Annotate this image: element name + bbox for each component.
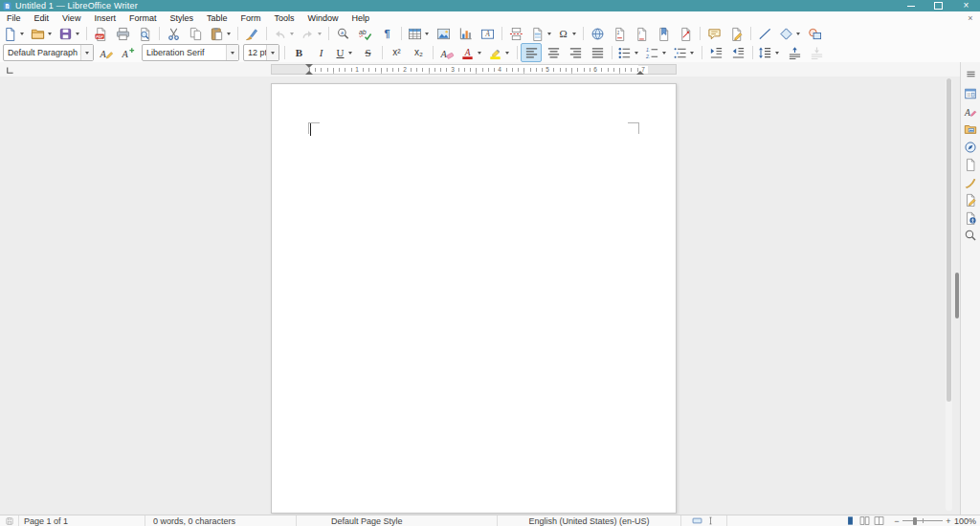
- single-page-view-button[interactable]: [845, 515, 856, 526]
- track-changes-button[interactable]: [726, 24, 747, 43]
- spelling-button[interactable]: ab: [355, 24, 376, 43]
- export-pdf-button[interactable]: PDF: [91, 24, 112, 43]
- formatting-marks-button[interactable]: ¶: [377, 24, 398, 43]
- open-button[interactable]: [29, 24, 56, 43]
- minimize-button[interactable]: [897, 0, 924, 11]
- insert-line-button[interactable]: [755, 24, 776, 43]
- zoom-in-button[interactable]: +: [945, 516, 952, 526]
- word-count-field[interactable]: 0 words, 0 characters: [145, 515, 297, 526]
- decrease-indent-button[interactable]: [727, 43, 748, 62]
- font-size-combo[interactable]: 12 pt: [243, 44, 279, 61]
- sidebar-item-styles[interactable]: A: [962, 103, 980, 121]
- sidebar-deck-grip[interactable]: [955, 273, 959, 318]
- insert-image-button[interactable]: [434, 24, 455, 43]
- menu-view[interactable]: View: [56, 11, 87, 24]
- subscript-button[interactable]: x₂: [408, 43, 429, 62]
- new-style-button[interactable]: A: [119, 43, 140, 62]
- zoom-slider-thumb[interactable]: [913, 517, 917, 525]
- sidebar-item-gallery[interactable]: [962, 121, 980, 138]
- decrease-paragraph-spacing-button[interactable]: [806, 43, 827, 62]
- insert-page-break-button[interactable]: [506, 24, 527, 43]
- multi-page-view-button[interactable]: [859, 515, 870, 526]
- insert-endnote-button[interactable]: i: [632, 24, 653, 43]
- paragraph-style-dropdown[interactable]: [80, 45, 93, 60]
- font-name-combo[interactable]: Liberation Serif: [142, 44, 239, 61]
- menu-edit[interactable]: Edit: [28, 11, 56, 24]
- insert-hyperlink-button[interactable]: [588, 24, 609, 43]
- insert-special-character-button[interactable]: Ω: [556, 24, 580, 43]
- show-draw-functions-button[interactable]: [805, 24, 826, 43]
- clear-formatting-button[interactable]: A: [436, 43, 457, 62]
- scrollbar-thumb[interactable]: [947, 78, 951, 402]
- page-number-field[interactable]: Page 1 of 1: [19, 515, 145, 526]
- document-modified-indicator[interactable]: [0, 515, 19, 526]
- basic-shapes-button[interactable]: [777, 24, 804, 43]
- menu-help[interactable]: Help: [345, 11, 376, 24]
- maximize-button[interactable]: [924, 0, 952, 11]
- tab-stop-selector[interactable]: [4, 64, 15, 76]
- menu-form[interactable]: Form: [234, 11, 267, 24]
- horizontal-ruler[interactable]: 1 2 3 4 5 6 7: [271, 64, 677, 75]
- redo-button[interactable]: [299, 24, 325, 43]
- document-page[interactable]: [271, 83, 677, 514]
- font-size-dropdown[interactable]: [266, 45, 278, 60]
- sidebar-item-page[interactable]: [962, 156, 980, 173]
- first-line-indent-marker[interactable]: [305, 64, 313, 68]
- line-spacing-button[interactable]: [756, 43, 783, 62]
- new-document-button[interactable]: [1, 24, 28, 43]
- align-left-button[interactable]: [521, 43, 542, 62]
- superscript-button[interactable]: x²: [386, 43, 407, 62]
- bold-button[interactable]: B: [289, 43, 310, 62]
- sidebar-item-find[interactable]: [962, 227, 980, 244]
- menu-format[interactable]: Format: [122, 11, 164, 24]
- clone-formatting-button[interactable]: [242, 24, 263, 43]
- find-and-replace-button[interactable]: a: [333, 24, 354, 43]
- highlight-color-button[interactable]: [486, 43, 513, 62]
- increase-indent-button[interactable]: [705, 43, 726, 62]
- paste-button[interactable]: [208, 24, 234, 43]
- sidebar-item-manage-changes[interactable]: [962, 191, 980, 208]
- close-document-button[interactable]: ×: [963, 13, 978, 23]
- font-name-dropdown[interactable]: [226, 45, 238, 60]
- outline-list-button[interactable]: [671, 43, 698, 62]
- book-view-button[interactable]: [874, 515, 884, 526]
- print-preview-button[interactable]: [135, 24, 156, 43]
- left-indent-marker[interactable]: [305, 71, 313, 75]
- ordered-list-button[interactable]: 1.2.: [643, 43, 670, 62]
- sidebar-item-accessibility-check[interactable]: [962, 209, 980, 227]
- selection-mode-field[interactable]: [681, 515, 727, 526]
- zoom-out-button[interactable]: −: [893, 516, 901, 526]
- justify-button[interactable]: [587, 43, 608, 62]
- unordered-list-button[interactable]: [615, 43, 642, 62]
- sidebar-settings-button[interactable]: [962, 65, 980, 82]
- save-button[interactable]: [56, 24, 83, 43]
- menu-styles[interactable]: Styles: [163, 11, 200, 24]
- menu-window[interactable]: Window: [301, 11, 345, 24]
- language-field[interactable]: English (United States) (en-US): [498, 515, 681, 526]
- zoom-level-field[interactable]: 100%: [952, 515, 980, 526]
- paragraph-style-combo[interactable]: Default Paragraph Style: [3, 44, 94, 61]
- vertical-scrollbar[interactable]: [946, 78, 952, 511]
- insert-text-box-button[interactable]: A: [478, 24, 499, 43]
- insert-comment-button[interactable]: [704, 24, 725, 43]
- increase-paragraph-spacing-button[interactable]: [784, 43, 805, 62]
- align-right-button[interactable]: [565, 43, 586, 62]
- undo-button[interactable]: [271, 24, 298, 43]
- update-style-button[interactable]: A: [97, 43, 118, 62]
- close-button[interactable]: ×: [952, 0, 980, 11]
- menu-insert[interactable]: Insert: [87, 11, 122, 24]
- insert-cross-reference-button[interactable]: [676, 24, 697, 43]
- insert-chart-button[interactable]: [456, 24, 477, 43]
- font-color-button[interactable]: A: [458, 43, 485, 62]
- align-center-button[interactable]: [543, 43, 564, 62]
- menu-file[interactable]: File: [0, 11, 28, 24]
- insert-footnote-button[interactable]: 1: [610, 24, 631, 43]
- menu-tools[interactable]: Tools: [267, 11, 301, 24]
- cut-button[interactable]: [164, 24, 185, 43]
- page-style-field[interactable]: Default Page Style: [297, 515, 498, 526]
- zoom-slider-track[interactable]: [902, 520, 943, 521]
- strikethrough-button[interactable]: S: [357, 43, 378, 62]
- insert-field-button[interactable]: [528, 24, 555, 43]
- menu-table[interactable]: Table: [200, 11, 234, 24]
- underline-button[interactable]: U: [333, 43, 357, 62]
